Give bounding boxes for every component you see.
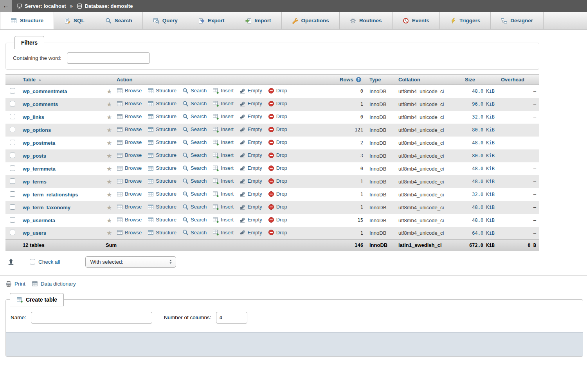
action-insert-link[interactable]: Insert (212, 113, 234, 120)
action-insert-link[interactable]: Insert (212, 229, 234, 236)
table-name-link[interactable]: wp_options (23, 127, 51, 133)
action-search-link[interactable]: Search (182, 88, 207, 94)
favorite-star-icon[interactable]: ★ (106, 127, 112, 133)
tab-structure[interactable]: Structure (0, 12, 54, 29)
action-browse-link[interactable]: Browse (117, 88, 142, 94)
action-structure-link[interactable]: Structure (148, 191, 176, 197)
tab-import[interactable]: Import (235, 12, 282, 29)
action-search-link[interactable]: Search (182, 139, 207, 146)
action-structure-link[interactable]: Structure (148, 139, 176, 146)
action-drop-link[interactable]: Drop (268, 217, 287, 223)
action-drop-link[interactable]: Drop (268, 178, 287, 184)
tab-export[interactable]: Export (188, 12, 235, 29)
action-search-link[interactable]: Search (182, 101, 207, 107)
favorite-star-icon[interactable]: ★ (106, 165, 112, 172)
data-dictionary-link[interactable]: Data dictionary (32, 281, 76, 287)
action-insert-link[interactable]: Insert (212, 178, 234, 184)
action-structure-link[interactable]: Structure (148, 165, 176, 171)
server-link[interactable]: Server: localhost (25, 3, 66, 9)
action-empty-link[interactable]: Empty (239, 113, 262, 120)
action-browse-link[interactable]: Browse (117, 217, 142, 223)
action-structure-link[interactable]: Structure (148, 101, 176, 107)
check-all-checkbox[interactable] (30, 259, 35, 264)
containing-word-input[interactable] (67, 52, 150, 64)
action-empty-link[interactable]: Empty (239, 229, 262, 236)
action-browse-link[interactable]: Browse (117, 165, 142, 171)
row-checkbox[interactable] (10, 140, 15, 145)
action-search-link[interactable]: Search (182, 217, 207, 223)
action-drop-link[interactable]: Drop (268, 101, 287, 107)
action-empty-link[interactable]: Empty (239, 178, 262, 184)
tab-sql[interactable]: SQL (54, 12, 95, 29)
table-name-input[interactable] (31, 312, 152, 324)
action-structure-link[interactable]: Structure (148, 204, 176, 210)
table-name-link[interactable]: wp_comments (23, 101, 58, 107)
favorite-star-icon[interactable]: ★ (106, 230, 112, 236)
action-drop-link[interactable]: Drop (268, 165, 287, 171)
table-name-link[interactable]: wp_terms (23, 179, 47, 185)
action-search-link[interactable]: Search (182, 165, 207, 171)
action-drop-link[interactable]: Drop (268, 126, 287, 133)
action-insert-link[interactable]: Insert (212, 101, 234, 107)
action-empty-link[interactable]: Empty (239, 217, 262, 223)
action-insert-link[interactable]: Insert (212, 165, 234, 171)
tab-routines[interactable]: Routines (340, 12, 393, 29)
favorite-star-icon[interactable]: ★ (106, 153, 112, 159)
favorite-star-icon[interactable]: ★ (106, 217, 112, 224)
action-browse-link[interactable]: Browse (117, 113, 142, 120)
table-name-link[interactable]: wp_links (23, 114, 44, 120)
header-rows[interactable]: Rows (337, 75, 366, 85)
action-browse-link[interactable]: Browse (117, 191, 142, 197)
action-search-link[interactable]: Search (182, 191, 207, 197)
favorite-star-icon[interactable]: ★ (106, 114, 112, 120)
table-name-link[interactable]: wp_usermeta (23, 218, 55, 223)
action-insert-link[interactable]: Insert (212, 217, 234, 223)
tab-operations[interactable]: Operations (282, 12, 340, 29)
table-name-link[interactable]: wp_term_relationships (23, 192, 78, 198)
favorite-star-icon[interactable]: ★ (106, 140, 112, 146)
check-all-label[interactable]: Check all (38, 259, 60, 265)
row-checkbox[interactable] (10, 153, 15, 158)
favorite-star-icon[interactable]: ★ (106, 88, 112, 95)
action-structure-link[interactable]: Structure (148, 126, 176, 133)
action-structure-link[interactable]: Structure (148, 217, 176, 223)
columns-count-input[interactable] (216, 312, 247, 324)
tab-designer[interactable]: Designer (491, 12, 544, 29)
action-empty-link[interactable]: Empty (239, 139, 262, 146)
row-checkbox[interactable] (10, 165, 15, 171)
action-empty-link[interactable]: Empty (239, 165, 262, 171)
action-structure-link[interactable]: Structure (148, 88, 176, 94)
action-empty-link[interactable]: Empty (239, 191, 262, 197)
action-empty-link[interactable]: Empty (239, 101, 262, 107)
row-checkbox[interactable] (10, 101, 15, 106)
row-checkbox[interactable] (10, 217, 15, 223)
favorite-star-icon[interactable]: ★ (106, 191, 112, 198)
table-name-link[interactable]: wp_posts (23, 153, 46, 159)
tab-triggers[interactable]: Triggers (440, 12, 491, 29)
action-browse-link[interactable]: Browse (117, 178, 142, 184)
row-checkbox[interactable] (10, 191, 15, 197)
action-drop-link[interactable]: Drop (268, 113, 287, 120)
table-name-link[interactable]: wp_postmeta (23, 140, 55, 146)
table-name-link[interactable]: wp_users (23, 230, 46, 236)
action-search-link[interactable]: Search (182, 178, 207, 184)
action-insert-link[interactable]: Insert (212, 191, 234, 197)
tab-search[interactable]: Search (95, 12, 143, 29)
action-drop-link[interactable]: Drop (268, 191, 287, 197)
action-search-link[interactable]: Search (182, 126, 207, 133)
action-browse-link[interactable]: Browse (117, 204, 142, 210)
action-empty-link[interactable]: Empty (239, 88, 262, 94)
header-table[interactable]: Table (20, 75, 103, 85)
action-browse-link[interactable]: Browse (117, 101, 142, 107)
action-insert-link[interactable]: Insert (212, 204, 234, 210)
action-browse-link[interactable]: Browse (117, 139, 142, 146)
action-insert-link[interactable]: Insert (212, 126, 234, 133)
action-drop-link[interactable]: Drop (268, 229, 287, 236)
row-checkbox[interactable] (10, 127, 15, 132)
header-overhead[interactable]: Overhead (498, 75, 539, 85)
action-insert-link[interactable]: Insert (212, 88, 234, 94)
tab-query[interactable]: Query (143, 12, 188, 29)
action-browse-link[interactable]: Browse (117, 229, 142, 236)
action-search-link[interactable]: Search (182, 113, 207, 120)
print-link[interactable]: Print (5, 281, 25, 287)
